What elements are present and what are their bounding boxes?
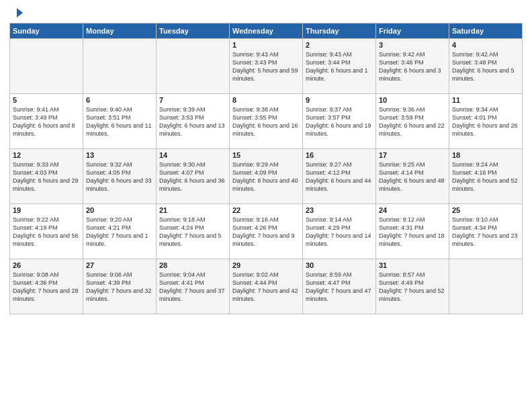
day-number: 23: [306, 206, 373, 214]
day-number: 28: [159, 261, 226, 269]
cell-info: Sunrise: 9:43 AM Sunset: 3:43 PM Dayligh…: [232, 50, 300, 83]
col-header-saturday: Saturday: [449, 24, 523, 39]
day-number: 16: [306, 151, 373, 159]
day-number: 13: [86, 151, 153, 159]
cell-1-4: 2Sunrise: 9:43 AM Sunset: 3:44 PM Daylig…: [303, 39, 376, 94]
cell-info: Sunrise: 9:18 AM Sunset: 4:24 PM Dayligh…: [159, 216, 226, 248]
cell-info: Sunrise: 9:08 AM Sunset: 4:36 PM Dayligh…: [13, 271, 80, 304]
day-number: 2: [306, 41, 373, 49]
cell-info: Sunrise: 9:25 AM Sunset: 4:14 PM Dayligh…: [379, 161, 446, 193]
day-number: 15: [232, 151, 300, 159]
day-number: 6: [86, 96, 153, 104]
cell-1-6: 4Sunrise: 9:42 AM Sunset: 3:48 PM Daylig…: [449, 39, 523, 94]
day-number: 25: [452, 206, 519, 214]
day-number: 21: [159, 206, 226, 214]
week-row-3: 12Sunrise: 9:33 AM Sunset: 4:03 PM Dayli…: [10, 149, 523, 204]
day-number: 31: [379, 261, 446, 269]
cell-3-4: 16Sunrise: 9:27 AM Sunset: 4:12 PM Dayli…: [303, 149, 376, 204]
cell-info: Sunrise: 9:32 AM Sunset: 4:05 PM Dayligh…: [86, 161, 153, 193]
day-number: 18: [452, 151, 519, 159]
cell-info: Sunrise: 9:42 AM Sunset: 3:46 PM Dayligh…: [379, 50, 446, 83]
cell-5-3: 29Sunrise: 9:02 AM Sunset: 4:44 PM Dayli…: [230, 259, 303, 314]
cell-2-5: 10Sunrise: 9:36 AM Sunset: 3:59 PM Dayli…: [376, 94, 449, 149]
cell-info: Sunrise: 9:42 AM Sunset: 3:48 PM Dayligh…: [452, 50, 519, 83]
day-number: 8: [232, 96, 300, 104]
cell-info: Sunrise: 9:36 AM Sunset: 3:59 PM Dayligh…: [379, 105, 446, 138]
cell-info: Sunrise: 9:41 AM Sunset: 3:49 PM Dayligh…: [13, 105, 80, 138]
day-number: 14: [159, 151, 226, 159]
cell-info: Sunrise: 9:27 AM Sunset: 4:12 PM Dayligh…: [306, 161, 373, 193]
cell-2-4: 9Sunrise: 9:37 AM Sunset: 3:57 PM Daylig…: [303, 94, 376, 149]
cell-4-1: 20Sunrise: 9:20 AM Sunset: 4:21 PM Dayli…: [83, 204, 157, 259]
cell-2-1: 6Sunrise: 9:40 AM Sunset: 3:51 PM Daylig…: [83, 94, 157, 149]
cell-4-2: 21Sunrise: 9:18 AM Sunset: 4:24 PM Dayli…: [157, 204, 230, 259]
page: SundayMondayTuesdayWednesdayThursdayFrid…: [0, 0, 532, 411]
day-number: 26: [13, 261, 80, 269]
cell-2-3: 8Sunrise: 9:38 AM Sunset: 3:55 PM Daylig…: [230, 94, 303, 149]
day-number: 12: [13, 151, 80, 159]
day-number: 30: [306, 261, 373, 269]
cell-3-2: 14Sunrise: 9:30 AM Sunset: 4:07 PM Dayli…: [157, 149, 230, 204]
cell-5-0: 26Sunrise: 9:08 AM Sunset: 4:36 PM Dayli…: [10, 259, 83, 314]
logo-flag-icon: [11, 7, 23, 19]
cell-info: Sunrise: 9:10 AM Sunset: 4:34 PM Dayligh…: [452, 216, 519, 248]
cell-4-4: 23Sunrise: 9:14 AM Sunset: 4:29 PM Dayli…: [303, 204, 376, 259]
week-row-2: 5Sunrise: 9:41 AM Sunset: 3:49 PM Daylig…: [10, 94, 523, 149]
week-row-1: 1Sunrise: 9:43 AM Sunset: 3:43 PM Daylig…: [10, 39, 523, 94]
cell-5-5: 31Sunrise: 8:57 AM Sunset: 4:49 PM Dayli…: [376, 259, 449, 314]
day-number: 1: [232, 41, 300, 49]
cell-info: Sunrise: 9:14 AM Sunset: 4:29 PM Dayligh…: [306, 216, 373, 248]
cell-info: Sunrise: 8:59 AM Sunset: 4:47 PM Dayligh…: [306, 271, 373, 304]
cell-1-0: [10, 39, 83, 94]
cell-3-1: 13Sunrise: 9:32 AM Sunset: 4:05 PM Dayli…: [83, 149, 157, 204]
cell-5-6: [449, 259, 523, 314]
cell-info: Sunrise: 9:12 AM Sunset: 4:31 PM Dayligh…: [379, 216, 446, 248]
cell-info: Sunrise: 9:40 AM Sunset: 3:51 PM Dayligh…: [86, 105, 153, 138]
cell-info: Sunrise: 9:34 AM Sunset: 4:01 PM Dayligh…: [452, 105, 519, 138]
cell-5-2: 28Sunrise: 9:04 AM Sunset: 4:41 PM Dayli…: [157, 259, 230, 314]
cell-3-6: 18Sunrise: 9:24 AM Sunset: 4:16 PM Dayli…: [449, 149, 523, 204]
day-number: 10: [379, 96, 446, 104]
cell-2-6: 11Sunrise: 9:34 AM Sunset: 4:01 PM Dayli…: [449, 94, 523, 149]
cell-2-2: 7Sunrise: 9:39 AM Sunset: 3:53 PM Daylig…: [157, 94, 230, 149]
header: [9, 7, 523, 19]
logo: [9, 7, 23, 19]
col-header-wednesday: Wednesday: [230, 24, 303, 39]
day-number: 17: [379, 151, 446, 159]
day-number: 11: [452, 96, 519, 104]
day-number: 20: [86, 206, 153, 214]
cell-4-5: 24Sunrise: 9:12 AM Sunset: 4:31 PM Dayli…: [376, 204, 449, 259]
cell-info: Sunrise: 9:29 AM Sunset: 4:09 PM Dayligh…: [232, 161, 300, 193]
col-header-tuesday: Tuesday: [157, 24, 230, 39]
col-header-thursday: Thursday: [303, 24, 376, 39]
cell-1-5: 3Sunrise: 9:42 AM Sunset: 3:46 PM Daylig…: [376, 39, 449, 94]
cell-info: Sunrise: 9:24 AM Sunset: 4:16 PM Dayligh…: [452, 161, 519, 193]
day-number: 29: [232, 261, 300, 269]
cell-info: Sunrise: 9:33 AM Sunset: 4:03 PM Dayligh…: [13, 161, 80, 193]
cell-info: Sunrise: 9:20 AM Sunset: 4:21 PM Dayligh…: [86, 216, 153, 248]
col-header-monday: Monday: [83, 24, 157, 39]
day-number: 5: [13, 96, 80, 104]
cell-1-3: 1Sunrise: 9:43 AM Sunset: 3:43 PM Daylig…: [230, 39, 303, 94]
cell-1-2: [157, 39, 230, 94]
cell-5-1: 27Sunrise: 9:06 AM Sunset: 4:39 PM Dayli…: [83, 259, 157, 314]
day-number: 7: [159, 96, 226, 104]
day-number: 22: [232, 206, 300, 214]
day-number: 4: [452, 41, 519, 49]
cell-info: Sunrise: 9:02 AM Sunset: 4:44 PM Dayligh…: [232, 271, 300, 304]
cell-5-4: 30Sunrise: 8:59 AM Sunset: 4:47 PM Dayli…: [303, 259, 376, 314]
cell-4-0: 19Sunrise: 9:22 AM Sunset: 4:19 PM Dayli…: [10, 204, 83, 259]
cell-info: Sunrise: 9:39 AM Sunset: 3:53 PM Dayligh…: [159, 105, 226, 138]
cell-3-3: 15Sunrise: 9:29 AM Sunset: 4:09 PM Dayli…: [230, 149, 303, 204]
cell-info: Sunrise: 9:37 AM Sunset: 3:57 PM Dayligh…: [306, 105, 373, 138]
cell-2-0: 5Sunrise: 9:41 AM Sunset: 3:49 PM Daylig…: [10, 94, 83, 149]
cell-4-6: 25Sunrise: 9:10 AM Sunset: 4:34 PM Dayli…: [449, 204, 523, 259]
cell-info: Sunrise: 9:30 AM Sunset: 4:07 PM Dayligh…: [159, 161, 226, 193]
day-number: 9: [306, 96, 373, 104]
col-header-friday: Friday: [376, 24, 449, 39]
cell-info: Sunrise: 9:04 AM Sunset: 4:41 PM Dayligh…: [159, 271, 226, 304]
cell-info: Sunrise: 9:22 AM Sunset: 4:19 PM Dayligh…: [13, 216, 80, 248]
header-row: SundayMondayTuesdayWednesdayThursdayFrid…: [10, 24, 523, 39]
cell-3-5: 17Sunrise: 9:25 AM Sunset: 4:14 PM Dayli…: [376, 149, 449, 204]
cell-info: Sunrise: 8:57 AM Sunset: 4:49 PM Dayligh…: [379, 271, 446, 304]
